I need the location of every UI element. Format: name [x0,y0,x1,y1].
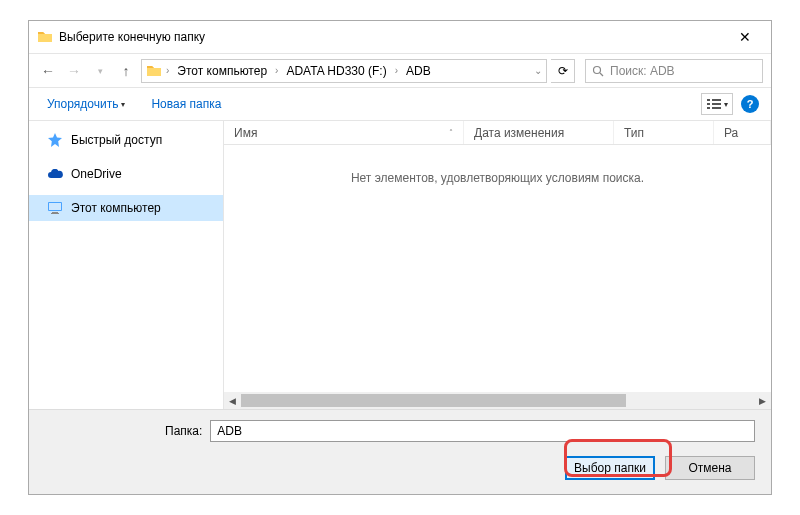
breadcrumb-drive[interactable]: ADATA HD330 (F:) [282,64,390,78]
dialog-body: Быстрый доступ OneDrive Этот компьютер И [29,121,771,409]
column-headers: Имя ˄ Дата изменения Тип Ра [224,121,771,145]
footer: Папка: Выбор папки Отмена [29,409,771,494]
cloud-icon [47,166,63,182]
new-folder-button[interactable]: Новая папка [145,93,227,115]
column-size[interactable]: Ра [714,121,771,144]
close-icon[interactable]: ✕ [725,29,765,45]
select-folder-button[interactable]: Выбор папки [565,456,655,480]
column-date[interactable]: Дата изменения [464,121,614,144]
folder-row: Папка: [45,420,755,442]
svg-rect-2 [707,99,710,101]
folder-picker-dialog: Выберите конечную папку ✕ ← → ▾ ↑ › Этот… [28,20,772,495]
titlebar: Выберите конечную папку ✕ [29,21,771,53]
breadcrumb-root[interactable]: Этот компьютер [173,64,271,78]
sort-asc-icon: ˄ [449,128,453,137]
svg-rect-11 [51,213,59,214]
forward-button[interactable]: → [63,60,85,82]
search-placeholder: Поиск: ADB [610,64,675,78]
toolbar: Упорядочить ▾ Новая папка ▾ ? [29,87,771,121]
svg-rect-7 [712,107,721,109]
column-type[interactable]: Тип [614,121,714,144]
column-name[interactable]: Имя ˄ [224,121,464,144]
svg-rect-4 [707,103,710,105]
button-row: Выбор папки Отмена [45,456,755,480]
sidebar-item-label: Быстрый доступ [71,133,162,147]
chevron-right-icon[interactable]: › [166,65,169,76]
svg-rect-10 [52,212,58,213]
scroll-right-icon[interactable]: ▶ [754,392,771,409]
svg-point-0 [594,66,601,73]
content-area: Имя ˄ Дата изменения Тип Ра Нет элементо… [224,121,771,409]
chevron-down-icon[interactable]: ⌄ [534,65,542,76]
scroll-left-icon[interactable]: ◀ [224,392,241,409]
folder-name-input[interactable] [210,420,755,442]
pc-icon [47,200,63,216]
cancel-button[interactable]: Отмена [665,456,755,480]
star-icon [47,132,63,148]
svg-rect-3 [712,99,721,101]
window-title: Выберите конечную папку [59,30,725,44]
refresh-button[interactable]: ⟳ [551,59,575,83]
view-options-button[interactable]: ▾ [701,93,733,115]
recent-dropdown-icon[interactable]: ▾ [89,60,111,82]
svg-rect-6 [707,107,710,109]
address-bar[interactable]: › Этот компьютер › ADATA HD330 (F:) › AD… [141,59,547,83]
nav-row: ← → ▾ ↑ › Этот компьютер › ADATA HD330 (… [29,53,771,87]
chevron-right-icon[interactable]: › [275,65,278,76]
organize-button[interactable]: Упорядочить ▾ [41,93,131,115]
search-input[interactable]: Поиск: ADB [585,59,763,83]
sidebar-item-label: OneDrive [71,167,122,181]
search-icon [592,65,604,77]
sidebar-item-onedrive[interactable]: OneDrive [29,161,223,187]
scrollbar-thumb[interactable] [241,394,626,407]
chevron-down-icon: ▾ [724,100,728,109]
svg-line-1 [600,73,603,76]
help-icon[interactable]: ? [741,95,759,113]
sidebar-item-label: Этот компьютер [71,201,161,215]
pc-icon [146,63,162,79]
scrollbar-track[interactable] [241,392,754,409]
back-button[interactable]: ← [37,60,59,82]
breadcrumb-folder[interactable]: ADB [402,64,435,78]
empty-message: Нет элементов, удовлетворяющих условиям … [224,171,771,185]
folder-icon [37,29,53,45]
svg-rect-5 [712,103,721,105]
sidebar-item-this-pc[interactable]: Этот компьютер [29,195,223,221]
chevron-right-icon[interactable]: › [395,65,398,76]
svg-rect-9 [49,203,61,210]
sidebar-item-quick-access[interactable]: Быстрый доступ [29,127,223,153]
chevron-down-icon: ▾ [121,100,125,109]
horizontal-scrollbar[interactable]: ◀ ▶ [224,392,771,409]
up-button[interactable]: ↑ [115,60,137,82]
sidebar: Быстрый доступ OneDrive Этот компьютер [29,121,224,409]
folder-label: Папка: [165,424,202,438]
